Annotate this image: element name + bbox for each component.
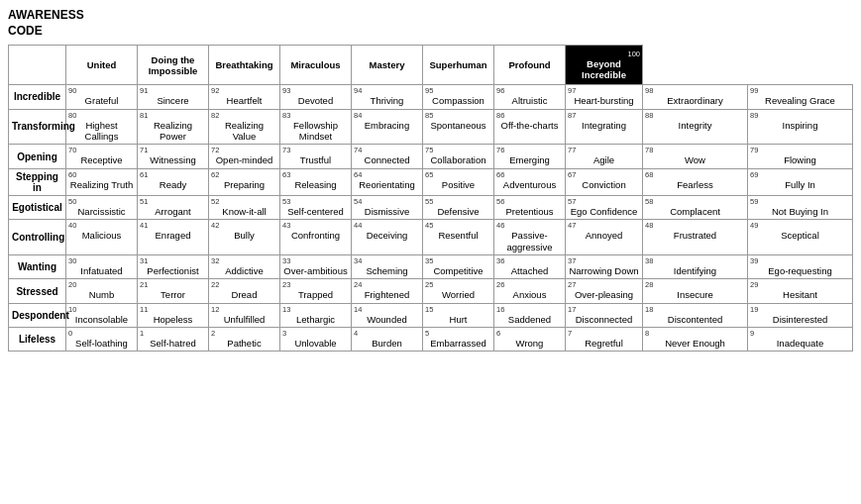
cell-text: Unlovable	[283, 338, 348, 349]
col-header-beyond: 100 Beyond Incredible	[566, 46, 643, 85]
cell-text: Altruistic	[497, 95, 562, 106]
cell-text: Ready	[141, 179, 205, 190]
table-cell: 8Never Enough	[643, 328, 748, 352]
cell-number: 81	[140, 111, 148, 120]
cell-number: 82	[211, 111, 219, 120]
cell-number: 39	[750, 256, 758, 265]
table-cell: 84Embracing	[352, 109, 423, 145]
cell-number: 75	[425, 146, 433, 154]
table-cell: 24Frightened	[352, 279, 423, 303]
table-cell: 43Confronting	[280, 220, 352, 255]
table-cell: 93Devoted	[280, 85, 352, 109]
cell-number: 17	[568, 305, 576, 314]
cell-number: 63	[282, 170, 290, 179]
cell-text: Extraordinary	[646, 95, 744, 106]
cell-text: Hesitant	[751, 289, 849, 300]
cell-number: 33	[282, 256, 290, 265]
cell-text: Hopeless	[141, 314, 205, 325]
cell-text: Competitive	[426, 265, 490, 276]
table-cell: 75Collaboration	[423, 145, 494, 168]
cell-number: 37	[568, 256, 576, 265]
cell-text: Grateful	[69, 95, 134, 106]
cell-text: Devoted	[283, 95, 348, 106]
table-cell: 90Grateful	[66, 85, 138, 109]
cell-text: Heart-bursting	[569, 95, 639, 106]
cell-number: 42	[211, 221, 219, 230]
col-header-united: United	[66, 46, 138, 85]
table-cell: 0Self-loathing	[66, 328, 138, 352]
table-cell: 11Hopeless	[138, 303, 209, 327]
table-cell: 65Positive	[423, 168, 494, 195]
row-header-wanting: Wanting	[9, 254, 66, 278]
table-cell: 3Unlovable	[280, 328, 352, 352]
cell-number: 98	[645, 86, 653, 95]
cell-number: 25	[425, 280, 433, 289]
table-cell: 29Hesitant	[748, 279, 853, 303]
cell-number: 0	[68, 329, 72, 338]
cell-number: 60	[68, 170, 76, 179]
table-cell: 72Open-minded	[209, 145, 280, 168]
col-header-breathtaking: Breathtaking	[209, 46, 280, 85]
cell-number: 6	[496, 329, 500, 338]
table-cell: 77Agile	[566, 145, 643, 168]
cell-text: Ego Confidence	[569, 206, 639, 217]
table-cell: 81Realizing Power	[138, 109, 209, 145]
cell-number: 72	[211, 146, 219, 154]
cell-text: Narcissistic	[69, 206, 134, 217]
cell-number: 35	[425, 256, 433, 265]
table-cell: 97Heart-bursting	[566, 85, 643, 109]
cell-text: Dismissive	[355, 206, 419, 217]
cell-number: 1	[140, 329, 144, 338]
cell-text: Anxious	[497, 289, 562, 300]
cell-text: Identifying	[646, 265, 744, 276]
table-cell: 82Realizing Value	[209, 109, 280, 145]
cell-number: 31	[140, 256, 148, 265]
cell-text: Unfulfilled	[212, 314, 276, 325]
table-cell: 56Pretentious	[494, 195, 566, 219]
table-cell: 54Dismissive	[352, 195, 423, 219]
cell-text: Narrowing Down	[569, 265, 639, 276]
cell-number: 93	[282, 86, 290, 95]
cell-number: 20	[68, 280, 76, 289]
cell-text: Adventurous	[497, 179, 562, 190]
table-cell: 32Addictive	[209, 254, 280, 278]
table-cell: 7Regretful	[566, 328, 643, 352]
table-cell: 30Infatuated	[66, 254, 138, 278]
cell-text: Resentful	[426, 230, 490, 241]
col-header-miraculous: Miraculous	[280, 46, 352, 85]
cell-text: Reorientating	[355, 179, 419, 190]
cell-text: Emerging	[497, 154, 562, 165]
table-cell: 74Connected	[352, 145, 423, 168]
cell-number: 94	[354, 86, 362, 95]
table-cell: 99Revealing Grace	[748, 85, 853, 109]
row-header-transforming: Transforming	[9, 109, 66, 145]
table-cell: 52Know-it-all	[209, 195, 280, 219]
cell-text: Pathetic	[212, 338, 276, 349]
cell-text: Numb	[69, 289, 134, 300]
col-header-doing: Doing the Impossible	[138, 46, 209, 85]
cell-text: Attached	[497, 265, 562, 276]
cell-number: 28	[645, 280, 653, 289]
cell-number: 77	[568, 146, 576, 154]
cell-text: Know-it-all	[212, 206, 276, 217]
cell-text: Over-pleasing	[569, 289, 639, 300]
cell-number: 95	[425, 86, 433, 95]
cell-number: 46	[496, 221, 504, 230]
cell-text: Spontaneous	[426, 120, 490, 131]
cell-number: 22	[211, 280, 219, 289]
cell-number: 23	[282, 280, 290, 289]
cell-text: Off-the-charts	[497, 120, 562, 131]
row-header-incredible: Incredible	[9, 85, 66, 109]
cell-text: Arrogant	[141, 206, 205, 217]
cell-number: 90	[68, 86, 76, 95]
cell-number: 69	[750, 170, 758, 179]
cell-number: 36	[496, 256, 504, 265]
col-label-beyond: Beyond Incredible	[582, 58, 626, 80]
cell-number: 52	[211, 197, 219, 206]
cell-text: Trustful	[283, 154, 348, 165]
table-cell: 51Arrogant	[138, 195, 209, 219]
table-cell: 79Flowing	[748, 145, 853, 168]
table-cell: 31Perfectionist	[138, 254, 209, 278]
cell-text: Embarrassed	[426, 338, 490, 349]
cell-number: 8	[645, 329, 649, 338]
